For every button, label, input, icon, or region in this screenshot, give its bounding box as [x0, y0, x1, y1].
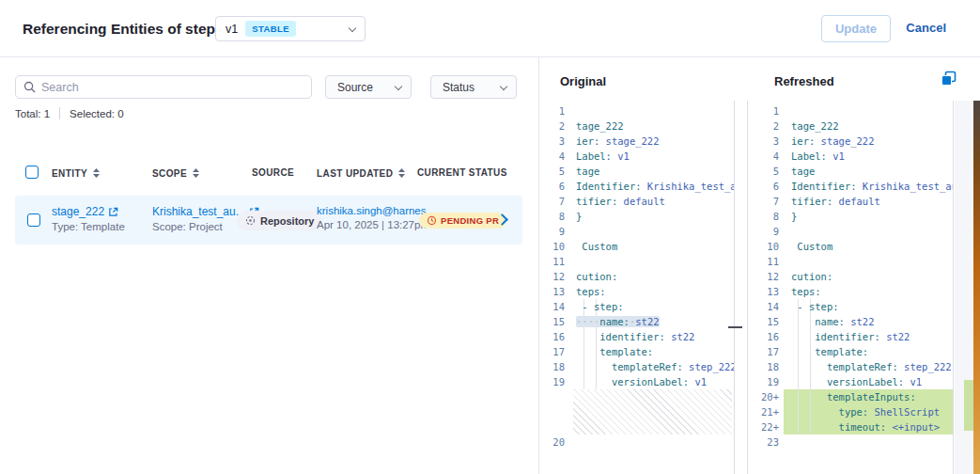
line-content: cution:	[569, 269, 734, 284]
total-count: Total: 1	[15, 108, 50, 119]
line-number: 17	[539, 344, 569, 359]
original-pane[interactable]: 12tage_2223ier: stage_2224Label: v15tage…	[539, 101, 735, 474]
line-number: 22+	[748, 419, 784, 434]
code-line: 20+ templateInputs:	[748, 389, 953, 404]
sort-icon[interactable]	[397, 167, 406, 179]
diff-collapsed-placeholder	[573, 389, 732, 434]
sort-icon[interactable]	[192, 167, 200, 179]
line-number: 2	[539, 118, 569, 134]
code-line: 8}	[748, 209, 953, 224]
line-number: 2	[748, 118, 784, 134]
line-content: templateRef: step_222	[784, 359, 953, 374]
code-line: 6Identifier: Krishika_test_aut	[748, 179, 953, 194]
column-header-current-status: CURRENT STATUS	[417, 167, 507, 178]
line-number: 1	[539, 103, 569, 118]
line-number: 13	[748, 284, 784, 299]
line-number: 5	[539, 164, 569, 179]
select-all-checkbox[interactable]	[25, 166, 39, 179]
line-number: 5	[748, 164, 784, 179]
chevron-down-icon	[349, 24, 356, 31]
version-selector[interactable]: v1 STABLE	[215, 16, 366, 41]
status-filter-dropdown[interactable]: Status	[430, 75, 517, 99]
line-content	[569, 434, 734, 450]
line-number: 1	[748, 103, 784, 118]
line-number: 4	[748, 149, 784, 164]
source-filter-dropdown[interactable]: Source	[325, 75, 412, 99]
code-line: 13teps:	[539, 284, 734, 299]
selected-count: Selected: 0	[70, 108, 124, 119]
diff-panel: Original Refreshed 12tage_2223ier: stage…	[538, 57, 980, 474]
code-line: 3ier: stage_222	[539, 134, 734, 149]
line-content: tage_222	[784, 118, 953, 134]
sort-icon[interactable]	[92, 167, 101, 179]
column-header-last-updated: LAST UPDATED	[317, 167, 406, 179]
code-line: 13teps:	[748, 284, 953, 299]
top-bar: Referencing Entities of step_222 v1 STAB…	[0, 0, 980, 57]
line-content: Identifier: Krishika_test_aut	[569, 179, 734, 194]
line-content	[784, 103, 953, 118]
search-input[interactable]	[41, 81, 303, 94]
line-number: 9	[539, 224, 569, 239]
diff-position-marker	[728, 326, 742, 328]
line-content: Label: v1	[784, 149, 953, 164]
entity-link[interactable]: stage_222	[52, 205, 125, 218]
line-number: 8	[539, 209, 569, 224]
line-number: 12	[539, 269, 569, 284]
line-content: versionLabel: v1	[569, 374, 734, 389]
code-line: 9	[748, 224, 953, 239]
copy-icon[interactable]	[941, 71, 957, 87]
code-line: 1	[748, 103, 953, 118]
update-button[interactable]: Update	[821, 15, 891, 42]
line-content: Custom	[569, 239, 734, 254]
code-line: 7tifier: default	[748, 194, 953, 209]
code-line: 6Identifier: Krishika_test_aut	[539, 179, 734, 194]
code-line: 22+ timeout: <+input>	[748, 419, 953, 434]
line-number: 18	[539, 359, 569, 374]
line-content: templateInputs:	[784, 389, 953, 404]
line-content: - step:	[569, 299, 734, 314]
line-number: 13	[539, 284, 569, 299]
line-content: versionLabel: v1	[784, 374, 953, 389]
line-content	[784, 254, 953, 269]
code-line: 1	[539, 103, 734, 118]
line-content: tage_222	[569, 118, 734, 134]
row-checkbox[interactable]	[27, 213, 40, 227]
line-number: 7	[539, 194, 569, 209]
column-header-scope: SCOPE	[152, 167, 200, 179]
refreshed-pane[interactable]: 12tage_2223ier: stage_2224Label: v15tage…	[747, 101, 954, 474]
line-number: 11	[539, 254, 569, 269]
code-line: 10 Custom	[539, 239, 734, 254]
last-updated-cell: krishika.singh@harnes... Apr 10, 2025 | …	[317, 205, 435, 230]
line-number: 4	[539, 149, 569, 164]
code-line: 10 Custom	[748, 239, 953, 254]
line-content: - step:	[784, 299, 953, 314]
line-content	[569, 224, 734, 239]
line-content: Identifier: Krishika_test_aut	[784, 179, 953, 194]
code-line: 21+ type: ShellScript	[748, 404, 953, 419]
line-number: 20+	[748, 389, 784, 404]
chevron-down-icon	[500, 82, 507, 89]
diff-overview-ruler[interactable]	[955, 101, 974, 474]
code-line: 4Label: v1	[748, 149, 953, 164]
column-header-entity: ENTITY	[52, 167, 101, 179]
search-icon	[23, 81, 36, 93]
line-number: 8	[748, 209, 784, 224]
code-line: 20	[539, 434, 734, 450]
line-content: timeout: <+input>	[784, 419, 953, 434]
cancel-button[interactable]: Cancel	[906, 21, 946, 35]
divider	[59, 107, 60, 119]
column-header-source: SOURCE	[252, 167, 294, 178]
line-number: 6	[539, 179, 569, 194]
line-content: name: st22	[784, 314, 953, 329]
line-content: cution:	[784, 269, 953, 284]
code-line: 5tage	[539, 164, 734, 179]
line-content	[784, 224, 953, 239]
repository-icon	[245, 215, 256, 226]
line-number: 9	[748, 224, 784, 239]
clock-icon	[427, 215, 437, 226]
external-link-icon[interactable]	[108, 207, 118, 217]
code-line: 15····name:·st22	[539, 314, 734, 329]
line-number: 15	[539, 314, 569, 329]
table-row[interactable]: stage_222 Type: Template Krishika_test_a…	[15, 196, 522, 245]
source-filter-label: Source	[337, 81, 373, 94]
